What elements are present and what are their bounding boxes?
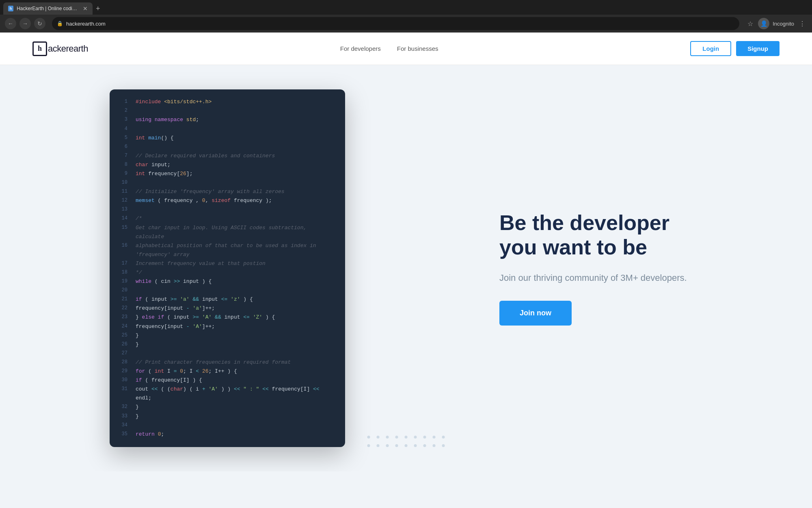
tab-close-button[interactable]: ✕ [83, 5, 88, 12]
logo-text: ackerearth [48, 43, 88, 54]
code-line-32: 32 } [119, 403, 335, 412]
code-line-16: 16 alphabetical position of that char to… [119, 241, 335, 259]
code-line-22: 22 frequency[input - 'a']++; [119, 304, 335, 313]
code-line-6: 6 [119, 143, 335, 152]
incognito-avatar: 👤 [758, 18, 769, 29]
page-header: h ackerearth For developers For business… [0, 33, 812, 65]
code-line-24: 24 frequency[input - 'A']++; [119, 322, 335, 331]
logo[interactable]: h ackerearth [32, 41, 88, 56]
for-businesses-link[interactable]: For businesses [397, 45, 438, 52]
signup-button[interactable]: Signup [736, 41, 780, 56]
logo-icon: h [32, 41, 47, 56]
code-line-3: 3 using namespace std; [119, 115, 335, 124]
hero-subtitle: Join our thriving community of 3M+ devel… [499, 271, 702, 284]
code-line-11: 11 // Initialize 'frequency' array with … [119, 187, 335, 196]
code-line-8: 8 char input; [119, 161, 335, 169]
hero-title: Be the developer you want to be [499, 211, 702, 260]
code-line-20: 20 [119, 286, 335, 295]
code-line-10: 10 [119, 178, 335, 187]
hero-content: Be the developer you want to be Join our… [499, 211, 702, 326]
code-line-17: 17 Increment frequency value at that pos… [119, 259, 335, 268]
code-line-4: 4 [119, 125, 335, 134]
back-button[interactable]: ← [5, 18, 16, 29]
code-line-18: 18 */ [119, 268, 335, 277]
code-line-25: 25 } [119, 331, 335, 340]
tab-title: HackerEarth | Online coding p [17, 6, 78, 11]
new-tab-button[interactable]: + [93, 2, 104, 15]
code-line-28: 28 // Print character frequencies in req… [119, 358, 335, 367]
code-line-9: 9 int frequency[26]; [119, 169, 335, 178]
tab-favicon: h [8, 6, 13, 11]
code-line-21: 21 if ( input >= 'a' && input <= 'z' ) { [119, 295, 335, 304]
menu-button[interactable]: ⋮ [797, 18, 807, 29]
code-line-23: 23 } else if ( input >= 'A' && input <= … [119, 313, 335, 322]
browser-tab[interactable]: h HackerEarth | Online coding p ✕ [3, 2, 93, 15]
browser-chrome: ← → ↻ 🔒 hackerearth.com ☆ 👤 Incognito ⋮ [0, 15, 812, 33]
hero-section: 1 #include <bits/stdc++.h> 2 3 using nam… [0, 65, 812, 471]
dot-decoration [367, 436, 445, 447]
code-line-15: 15 Get char input in loop. Using ASCII c… [119, 224, 335, 241]
code-editor: 1 #include <bits/stdc++.h> 2 3 using nam… [110, 89, 345, 447]
ssl-lock-icon: 🔒 [57, 21, 63, 26]
code-line-5: 5 int main() { [119, 134, 335, 143]
code-line-26: 26 } [119, 340, 335, 349]
browser-navigation: ← → ↻ [5, 18, 45, 29]
reload-button[interactable]: ↻ [34, 18, 45, 29]
code-line-34: 34 [119, 421, 335, 430]
browser-action-buttons: ☆ 👤 Incognito ⋮ [746, 18, 807, 29]
incognito-label: Incognito [773, 21, 794, 27]
code-line-29: 29 for ( int I = 0; I < 26; I++ ) { [119, 367, 335, 376]
code-line-12: 12 memset ( frequency , 0, sizeof freque… [119, 196, 335, 205]
url-text: hackerearth.com [66, 21, 106, 27]
code-line-7: 7 // Declare required variables and cont… [119, 152, 335, 161]
browser-tab-bar: h HackerEarth | Online coding p ✕ + [0, 0, 812, 15]
login-button[interactable]: Login [690, 41, 731, 56]
code-line-1: 1 #include <bits/stdc++.h> [119, 98, 335, 106]
forward-button[interactable]: → [19, 18, 31, 29]
code-line-35: 35 return 0; [119, 430, 335, 439]
code-line-2: 2 [119, 106, 335, 115]
code-line-19: 19 while ( cin >> input ) { [119, 277, 335, 286]
main-navigation: For developers For businesses [340, 45, 438, 52]
code-line-33: 33 } [119, 412, 335, 421]
header-auth-buttons: Login Signup [690, 41, 780, 56]
for-developers-link[interactable]: For developers [340, 45, 381, 52]
join-now-button[interactable]: Join now [499, 301, 572, 326]
code-line-31: 31 cout << ( (char) ( i + 'A' ) ) << " :… [119, 385, 335, 403]
code-line-30: 30 if ( frequency[I] ) { [119, 376, 335, 385]
code-line-13: 13 [119, 205, 335, 214]
bookmark-button[interactable]: ☆ [746, 18, 755, 29]
code-line-14: 14 /* [119, 214, 335, 223]
code-line-27: 27 [119, 349, 335, 358]
address-bar[interactable]: 🔒 hackerearth.com [52, 17, 739, 30]
